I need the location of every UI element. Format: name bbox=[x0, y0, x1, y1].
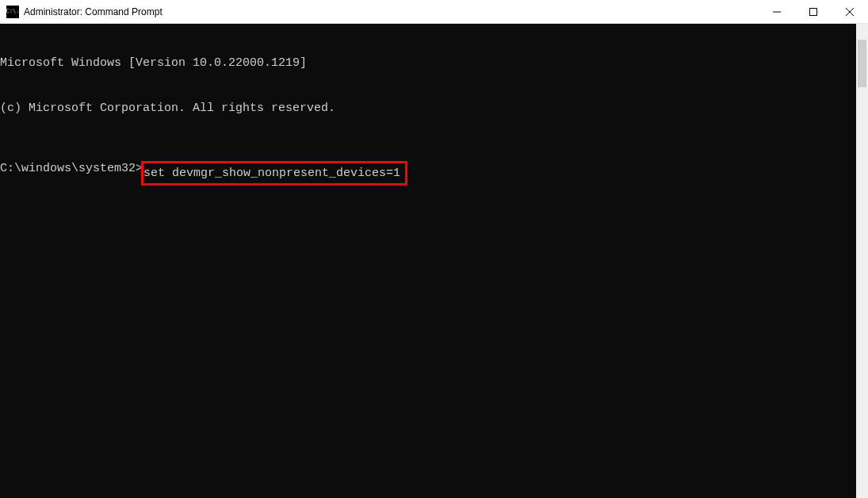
titlebar[interactable]: C:\. Administrator: Command Prompt bbox=[0, 0, 868, 24]
command-prompt-window: C:\. Administrator: Command Prompt Micro… bbox=[0, 0, 868, 498]
minimize-button[interactable] bbox=[759, 0, 795, 23]
vertical-scrollbar[interactable] bbox=[856, 24, 868, 498]
command-text: set devmgr_show_nonpresent_devices=1 bbox=[143, 167, 400, 180]
terminal-output-line: Microsoft Windows [Version 10.0.22000.12… bbox=[0, 56, 856, 71]
close-button[interactable] bbox=[832, 0, 868, 23]
command-highlight: set devmgr_show_nonpresent_devices=1 bbox=[141, 161, 407, 186]
cmd-icon-text: C:\. bbox=[6, 9, 20, 14]
window-controls bbox=[759, 0, 868, 23]
terminal-area: Microsoft Windows [Version 10.0.22000.12… bbox=[0, 24, 868, 498]
window-title: Administrator: Command Prompt bbox=[24, 6, 759, 17]
terminal[interactable]: Microsoft Windows [Version 10.0.22000.12… bbox=[0, 24, 856, 498]
close-icon bbox=[846, 8, 854, 16]
maximize-button[interactable] bbox=[795, 0, 832, 23]
terminal-output-line: (c) Microsoft Corporation. All rights re… bbox=[0, 101, 856, 116]
scrollbar-thumb[interactable] bbox=[858, 40, 866, 87]
prompt-text: C:\windows\system32> bbox=[0, 161, 143, 176]
maximize-icon bbox=[809, 8, 817, 16]
prompt-line: C:\windows\system32>set devmgr_show_nonp… bbox=[0, 161, 856, 186]
cmd-icon: C:\. bbox=[6, 6, 19, 18]
minimize-icon bbox=[773, 8, 781, 16]
svg-rect-1 bbox=[810, 8, 817, 15]
